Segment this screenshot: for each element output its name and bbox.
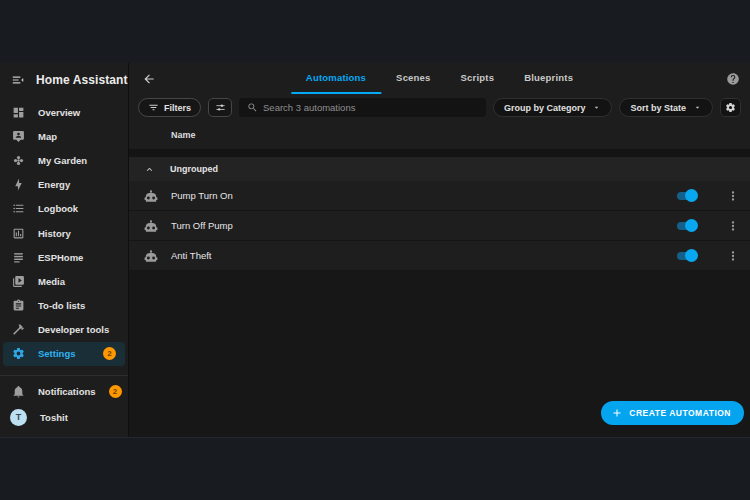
automation-name: Turn Off Pump xyxy=(171,220,233,231)
sidebar-item-settings[interactable]: Settings 2 xyxy=(3,342,125,366)
sidebar-header: Home Assistant xyxy=(0,63,128,96)
sidebar-item-label: Settings xyxy=(38,348,75,359)
sidebar-item-label: Overview xyxy=(38,107,80,118)
table-settings-button[interactable] xyxy=(720,98,741,117)
chevron-down-icon xyxy=(693,103,702,112)
notifications-badge: 2 xyxy=(109,385,122,398)
page-header: Automations Scenes Scripts Blueprints xyxy=(129,63,750,94)
sidebar-item-label: Map xyxy=(38,131,57,142)
gear-icon xyxy=(12,347,25,360)
chevron-down-icon xyxy=(592,103,601,112)
hammer-icon xyxy=(12,323,25,336)
esphome-icon xyxy=(12,251,25,264)
history-icon xyxy=(12,227,25,240)
filter-icon xyxy=(148,102,159,113)
main-content: Automations Scenes Scripts Blueprints Fi… xyxy=(129,63,750,437)
search-bar xyxy=(239,98,486,117)
sidebar-item-media[interactable]: Media xyxy=(0,269,128,293)
toolbar: Filters Group by Category Sort by State xyxy=(129,94,750,121)
automation-toggle[interactable] xyxy=(677,222,697,230)
table-gap xyxy=(129,149,750,157)
table-row[interactable]: Pump Turn On xyxy=(129,181,750,211)
back-arrow-icon[interactable] xyxy=(142,72,156,86)
tab-blueprints[interactable]: Blueprints xyxy=(509,63,588,94)
sidebar-item-overview[interactable]: Overview xyxy=(0,100,128,124)
todo-icon xyxy=(12,299,25,312)
tune-button[interactable] xyxy=(208,98,232,117)
tab-automations[interactable]: Automations xyxy=(291,63,381,94)
sidebar-item-esphome[interactable]: ESPHome xyxy=(0,245,128,269)
row-menu-icon[interactable] xyxy=(726,219,740,233)
sidebar-item-my-garden[interactable]: My Garden xyxy=(0,148,128,172)
search-input[interactable] xyxy=(263,102,478,113)
table-row[interactable]: Anti Theft xyxy=(129,241,750,271)
profile-name: Toshit xyxy=(40,412,68,423)
help-icon[interactable] xyxy=(726,72,740,86)
plus-icon xyxy=(611,407,623,419)
media-icon xyxy=(12,275,25,288)
sidebar-item-history[interactable]: History xyxy=(0,221,128,245)
energy-icon xyxy=(12,178,25,191)
sidebar-item-map[interactable]: Map xyxy=(0,124,128,148)
automation-name: Pump Turn On xyxy=(171,190,233,201)
automation-toggle[interactable] xyxy=(677,192,697,200)
bell-icon xyxy=(12,385,25,398)
filters-button[interactable]: Filters xyxy=(138,98,201,117)
group-header-ungrouped[interactable]: Ungrouped xyxy=(129,157,750,181)
group-by-label: Group by Category xyxy=(504,103,586,113)
menu-toggle-icon[interactable] xyxy=(11,73,25,87)
sidebar: Home Assistant Overview Map My Garden En… xyxy=(0,63,129,437)
tab-bar: Automations Scenes Scripts Blueprints xyxy=(291,63,588,94)
sidebar-item-label: Developer tools xyxy=(38,324,109,335)
robot-icon xyxy=(144,189,158,203)
sidebar-item-label: ESPHome xyxy=(38,252,83,263)
sidebar-nav: Overview Map My Garden Energy Logbook Hi… xyxy=(0,96,128,375)
chevron-up-icon xyxy=(144,164,155,175)
robot-icon xyxy=(144,219,158,233)
row-menu-icon[interactable] xyxy=(726,189,740,203)
sidebar-item-label: My Garden xyxy=(38,155,87,166)
filters-label: Filters xyxy=(164,103,191,113)
sidebar-item-todo-lists[interactable]: To-do lists xyxy=(0,294,128,318)
sidebar-item-label: Notifications xyxy=(38,386,96,397)
robot-icon xyxy=(144,249,158,263)
automation-name: Anti Theft xyxy=(171,250,212,261)
group-label: Ungrouped xyxy=(170,164,218,174)
sidebar-item-label: History xyxy=(38,228,71,239)
logbook-icon xyxy=(12,202,25,215)
sidebar-item-notifications[interactable]: Notifications 2 xyxy=(0,380,128,404)
sidebar-item-logbook[interactable]: Logbook xyxy=(0,197,128,221)
sidebar-item-energy[interactable]: Energy xyxy=(0,173,128,197)
tab-scripts[interactable]: Scripts xyxy=(446,63,510,94)
sidebar-item-label: Energy xyxy=(38,179,70,190)
table-row[interactable]: Turn Off Pump xyxy=(129,211,750,241)
automation-toggle[interactable] xyxy=(677,252,697,260)
row-menu-icon[interactable] xyxy=(726,249,740,263)
dashboard-icon xyxy=(12,106,25,119)
group-by-dropdown[interactable]: Group by Category xyxy=(493,98,613,117)
home-assistant-window: Home Assistant Overview Map My Garden En… xyxy=(0,63,750,438)
tab-scenes[interactable]: Scenes xyxy=(381,63,445,94)
column-header-name[interactable]: Name xyxy=(129,121,750,149)
sidebar-item-label: To-do lists xyxy=(38,300,85,311)
sidebar-item-profile[interactable]: T Toshit xyxy=(0,404,128,430)
sidebar-item-label: Logbook xyxy=(38,203,78,214)
create-automation-label: CREATE AUTOMATION xyxy=(629,408,731,418)
sidebar-item-developer-tools[interactable]: Developer tools xyxy=(0,318,128,342)
gear-icon xyxy=(725,102,736,113)
map-icon xyxy=(12,130,25,143)
search-icon xyxy=(247,102,258,113)
avatar: T xyxy=(10,409,27,426)
sort-by-label: Sort by State xyxy=(630,103,686,113)
sort-by-dropdown[interactable]: Sort by State xyxy=(619,98,713,117)
garden-icon xyxy=(12,154,25,167)
sidebar-bottom: Notifications 2 T Toshit xyxy=(0,375,128,437)
app-title: Home Assistant xyxy=(36,73,128,87)
settings-badge: 2 xyxy=(103,347,116,360)
create-automation-button[interactable]: CREATE AUTOMATION xyxy=(601,401,744,425)
sidebar-item-label: Media xyxy=(38,276,65,287)
tune-icon xyxy=(215,102,226,113)
